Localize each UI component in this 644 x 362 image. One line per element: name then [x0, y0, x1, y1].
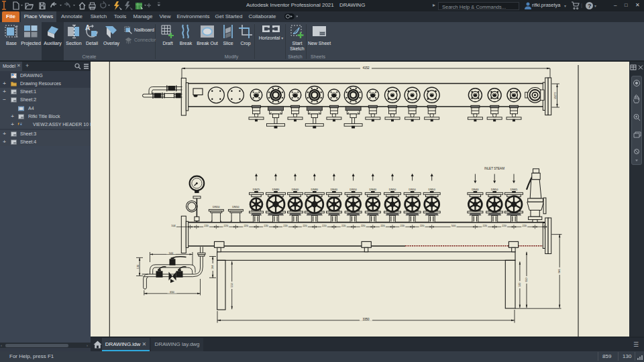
svg-text:INLET STEAM: INLET STEAM: [484, 167, 504, 170]
svg-text:220: 220: [264, 224, 268, 227]
svg-text:220: 220: [244, 224, 248, 227]
svg-text:244: 244: [212, 265, 215, 269]
svg-text:DN50: DN50: [409, 188, 416, 191]
svg-text:DN50: DN50: [350, 188, 357, 191]
svg-text:DN65: DN65: [511, 188, 518, 191]
svg-text:?: ?: [588, 3, 592, 9]
svg-text:220: 220: [502, 224, 506, 227]
svg-text:220: 220: [400, 224, 405, 227]
svg-text:220: 220: [361, 224, 366, 227]
svg-text:130: 130: [136, 264, 140, 269]
svg-text:DN50: DN50: [213, 205, 220, 208]
svg-text:590: 590: [519, 283, 521, 287]
svg-text:220: 220: [483, 224, 488, 227]
svg-text:VW2: VW2: [20, 123, 22, 123]
svg-text:DN25: DN25: [253, 188, 260, 191]
svg-text:3350: 3350: [362, 318, 370, 321]
svg-text:220: 220: [283, 224, 288, 227]
svg-text:846: 846: [559, 269, 561, 273]
svg-text:220: 220: [380, 224, 385, 227]
svg-text:Ø273: Ø273: [553, 92, 557, 99]
svg-text:DN80: DN80: [311, 188, 319, 191]
svg-text:220: 220: [322, 224, 327, 227]
svg-text:220: 220: [341, 224, 346, 227]
svg-text:DN50: DN50: [428, 188, 435, 191]
svg-text:DN50: DN50: [491, 188, 498, 191]
svg-text:DN40: DN40: [331, 188, 338, 191]
svg-text:DN40: DN40: [292, 188, 299, 191]
svg-text:220: 220: [420, 224, 425, 227]
svg-text:104: 104: [171, 224, 176, 227]
svg-text:550: 550: [231, 283, 233, 287]
svg-text:500: 500: [169, 251, 174, 255]
svg-text:220: 220: [303, 224, 307, 227]
svg-text:220: 220: [224, 224, 229, 227]
svg-text:DN50: DN50: [389, 188, 396, 191]
svg-text:650: 650: [525, 278, 528, 282]
svg-text:DN40: DN40: [472, 188, 479, 191]
svg-text:500: 500: [451, 224, 456, 227]
svg-text:DN80: DN80: [272, 188, 280, 191]
svg-text:DN50: DN50: [232, 205, 239, 208]
svg-text:650: 650: [170, 290, 174, 294]
svg-text:4152: 4152: [362, 66, 370, 70]
svg-text:DN40: DN40: [370, 188, 377, 191]
svg-text:220: 220: [523, 224, 527, 227]
svg-text:220: 220: [204, 224, 209, 227]
